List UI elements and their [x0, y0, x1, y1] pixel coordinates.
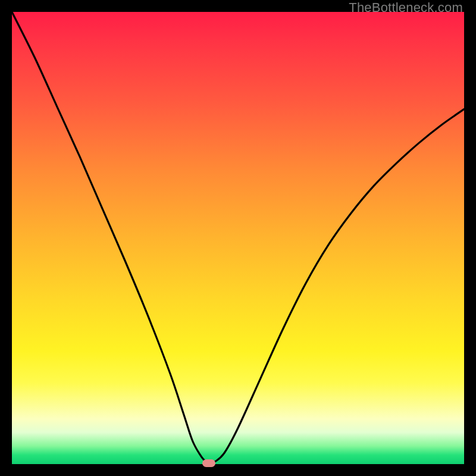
bottleneck-curve [12, 12, 464, 463]
optimal-marker [202, 459, 215, 467]
curve-svg [12, 12, 464, 464]
chart-frame: TheBottleneck.com [0, 0, 476, 476]
plot-area [12, 12, 464, 464]
